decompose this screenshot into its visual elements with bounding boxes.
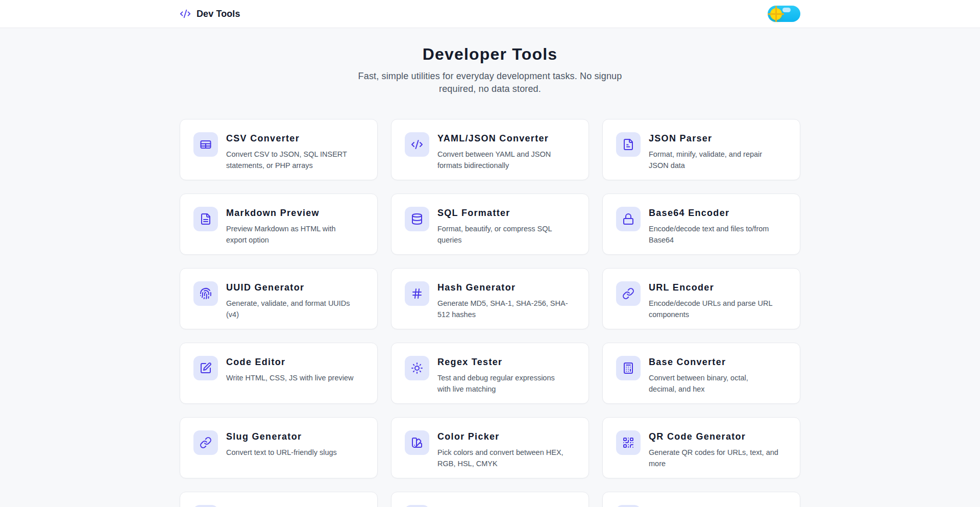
tool-desc: Encode/decode text and files to/from Bas… <box>649 223 769 246</box>
tool-title: SQL Formatter <box>437 207 552 219</box>
tool-desc: Format, minify, validate, and repair JSO… <box>649 149 762 171</box>
tool-desc: Test and debug regular expressions with … <box>437 372 555 395</box>
tool-desc: Format, beautify, or compress SQL querie… <box>437 223 552 246</box>
tool-card[interactable]: Slug GeneratorConvert text to URL-friend… <box>180 417 378 478</box>
tool-title: Hash Generator <box>437 281 568 294</box>
tool-icon-box <box>193 505 218 507</box>
tool-card[interactable]: URL EncoderEncode/decode URLs and parse … <box>602 268 800 329</box>
tool-card[interactable]: Markdown PreviewPreview Markdown as HTML… <box>180 194 378 255</box>
tool-title: QR Code Generator <box>649 430 778 443</box>
tool-card[interactable]: QR Code GeneratorGenerate QR codes for U… <box>602 417 800 478</box>
cloud-icon <box>782 8 791 12</box>
link-icon <box>193 430 218 455</box>
tool-title: Color Picker <box>437 430 564 443</box>
app-header: Dev Tools <box>0 0 980 28</box>
tool-desc: Convert between binary, octal, decimal, … <box>649 372 748 395</box>
tool-desc: Encode/decode URLs and parse URL compone… <box>649 298 773 320</box>
tool-desc: Preview Markdown as HTML with export opt… <box>226 223 336 246</box>
swatch-book-icon <box>405 430 429 455</box>
file-text-icon <box>193 207 218 231</box>
qr-code-icon <box>616 430 641 455</box>
tool-card[interactable]: YAML/JSON ConverterConvert between YAML … <box>391 119 589 180</box>
tool-card[interactable] <box>602 492 800 507</box>
tool-title: CSV Converter <box>226 132 347 144</box>
tool-icon-box <box>405 505 429 507</box>
fingerprint-icon <box>193 281 218 306</box>
database-icon <box>405 207 429 231</box>
tool-card[interactable] <box>180 492 378 507</box>
tool-desc: Convert text to URL-friendly slugs <box>226 447 337 458</box>
tool-title: Slug Generator <box>226 430 337 443</box>
file-json-icon <box>616 132 641 157</box>
lock-icon <box>616 207 641 231</box>
tool-title: Markdown Preview <box>226 207 336 219</box>
sun-icon <box>770 8 782 20</box>
tool-card[interactable]: JSON ParserFormat, minify, validate, and… <box>602 119 800 180</box>
tool-card[interactable]: UUID GeneratorGenerate, validate, and fo… <box>180 268 378 329</box>
square-pen-icon <box>193 356 218 380</box>
code-xml-icon <box>405 132 429 157</box>
tool-card[interactable]: Code EditorWrite HTML, CSS, JS with live… <box>180 343 378 404</box>
table-icon <box>193 132 218 157</box>
tool-title: UUID Generator <box>226 281 350 294</box>
header-inner: Dev Tools <box>180 0 800 28</box>
brand: Dev Tools <box>180 8 240 19</box>
code-logo-icon <box>180 8 191 19</box>
tool-card[interactable]: SQL FormatterFormat, beautify, or compre… <box>391 194 589 255</box>
tool-desc: Convert between YAML and JSON formats bi… <box>437 149 551 171</box>
brand-name: Dev Tools <box>197 9 240 19</box>
tool-desc: Generate MD5, SHA-1, SHA-256, SHA- 512 h… <box>437 298 568 320</box>
theme-toggle[interactable] <box>768 6 800 22</box>
link-icon <box>616 281 641 306</box>
tool-card[interactable]: Base ConverterConvert between binary, oc… <box>602 343 800 404</box>
tools-grid: CSV ConverterConvert CSV to JSON, SQL IN… <box>180 119 800 507</box>
main-content: Developer Tools Fast, simple utilities f… <box>0 28 980 507</box>
tool-desc: Write HTML, CSS, JS with live preview <box>226 372 354 383</box>
tool-card[interactable]: Hash GeneratorGenerate MD5, SHA-1, SHA-2… <box>391 268 589 329</box>
sun-icon <box>405 356 429 380</box>
hash-icon <box>405 281 429 306</box>
tool-title: YAML/JSON Converter <box>437 132 551 144</box>
tool-title: Base Converter <box>649 356 748 368</box>
hero-container: Developer Tools Fast, simple utilities f… <box>180 43 800 507</box>
tool-icon-box <box>616 505 641 507</box>
tool-title: Code Editor <box>226 356 354 368</box>
tool-card[interactable]: Color PickerPick colors and convert betw… <box>391 417 589 478</box>
tool-desc: Generate, validate, and format UUIDs (v4… <box>226 298 350 320</box>
tool-title: JSON Parser <box>649 132 762 144</box>
page-title: Developer Tools <box>180 43 800 65</box>
page-subtitle: Fast, simple utilities for everyday deve… <box>180 70 800 95</box>
tool-card[interactable]: Base64 EncoderEncode/decode text and fil… <box>602 194 800 255</box>
tool-card[interactable]: Regex TesterTest and debug regular expre… <box>391 343 589 404</box>
tool-title: Base64 Encoder <box>649 207 769 219</box>
tool-title: URL Encoder <box>649 281 773 294</box>
tool-card[interactable]: CSV ConverterConvert CSV to JSON, SQL IN… <box>180 119 378 180</box>
tool-desc: Convert CSV to JSON, SQL INSERT statemen… <box>226 149 347 171</box>
tool-card[interactable] <box>391 492 589 507</box>
tool-desc: Pick colors and convert between HEX, RGB… <box>437 447 564 469</box>
tool-desc: Generate QR codes for URLs, text, and mo… <box>649 447 778 469</box>
calculator-icon <box>616 356 641 380</box>
tool-title: Regex Tester <box>437 356 555 368</box>
